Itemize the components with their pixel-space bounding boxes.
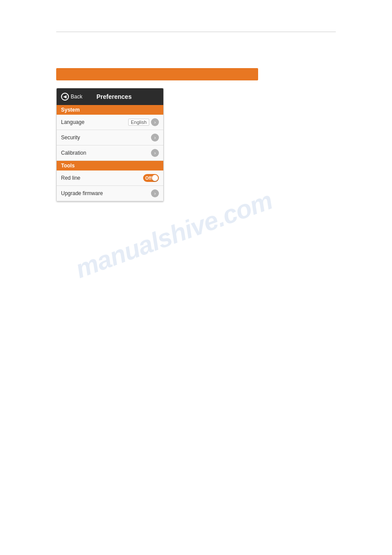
toggle-off-label: Off <box>145 176 151 181</box>
language-menu-item[interactable]: Language English › <box>57 115 163 130</box>
language-label: Language <box>61 119 84 125</box>
upgrade-firmware-chevron-icon: › <box>151 189 159 197</box>
preferences-title: Preferences <box>83 93 146 100</box>
toggle-knob <box>152 175 158 181</box>
upgrade-firmware-menu-item[interactable]: Upgrade firmware › <box>57 186 163 201</box>
language-chevron-icon: › <box>151 118 159 126</box>
preferences-widget: ◀ Back Preferences System Language Engli… <box>56 88 164 202</box>
red-line-label: Red line <box>61 175 80 181</box>
security-chevron-icon: › <box>151 134 159 141</box>
red-line-toggle-container: Off <box>143 174 159 182</box>
tools-section-header: Tools <box>57 161 163 170</box>
upgrade-firmware-label: Upgrade firmware <box>61 190 103 196</box>
red-line-menu-item[interactable]: Red line Off <box>57 170 163 186</box>
system-section-header: System <box>57 105 163 115</box>
calibration-chevron-icon: › <box>151 149 159 157</box>
orange-banner <box>56 68 258 80</box>
upgrade-firmware-right: › <box>151 189 159 197</box>
security-right: › <box>151 134 159 141</box>
calibration-right: › <box>151 149 159 157</box>
back-label: Back <box>71 94 83 100</box>
calibration-label: Calibration <box>61 150 86 156</box>
security-menu-item[interactable]: Security › <box>57 130 163 145</box>
back-circle-icon: ◀ <box>61 93 69 101</box>
red-line-right: Off <box>143 174 159 182</box>
preferences-header: ◀ Back Preferences <box>57 88 163 105</box>
red-line-toggle[interactable]: Off <box>143 174 159 182</box>
top-divider <box>56 32 336 32</box>
back-button[interactable]: ◀ Back <box>61 93 83 101</box>
back-arrow-icon: ◀ <box>63 94 67 99</box>
language-right: English › <box>128 118 159 126</box>
language-value: English <box>128 119 149 126</box>
calibration-menu-item[interactable]: Calibration › <box>57 145 163 161</box>
security-label: Security <box>61 134 80 141</box>
